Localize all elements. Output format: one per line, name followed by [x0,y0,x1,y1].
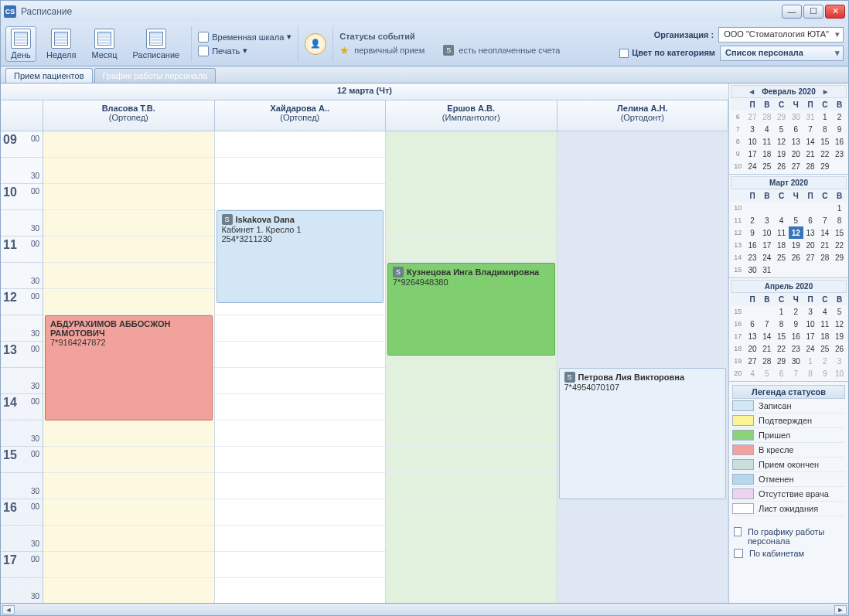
schedule-body[interactable]: 0900301000301100301200301300301400301500… [1,131,728,603]
cal-day[interactable]: 8 [818,123,833,135]
cal-day[interactable]: 2 [789,305,803,318]
cal-day[interactable]: 6 [774,367,789,379]
cal-day[interactable] [745,305,760,318]
column-header[interactable]: Ершов А.В.(Имплантолог) [386,100,557,131]
schedule-column[interactable]: SПетрова Лия Викторовна7*4954070107 [557,131,729,603]
cal-day[interactable] [745,202,760,214]
search-patient-button[interactable]: 👤 [305,33,326,55]
cal-prev-button[interactable]: ◄ [745,87,759,96]
cal-day[interactable]: 4 [818,305,833,318]
cal-day[interactable]: 21 [760,342,775,355]
cal-day[interactable]: 25 [774,251,789,264]
cal-day[interactable]: 10 [832,367,847,379]
cal-day[interactable]: 6 [745,318,760,330]
cal-day[interactable] [832,160,847,172]
cal-day[interactable]: 14 [760,330,775,342]
cal-day[interactable] [803,264,818,276]
cal-day[interactable]: 17 [745,148,760,160]
cal-day[interactable]: 22 [832,239,847,251]
cal-day[interactable]: 14 [818,226,833,239]
cal-day[interactable]: 15 [774,330,789,342]
cal-day[interactable]: 24 [745,160,760,172]
scroll-left-arrow[interactable]: ◄ [2,605,15,614]
cal-day[interactable]: 2 [745,214,760,226]
appointment[interactable]: SКузнецова Инга Владимировна7*9264948380 [387,263,555,356]
cal-day[interactable]: 3 [803,305,818,318]
window-minimize-button[interactable]: — [782,5,802,19]
cal-day[interactable]: 9 [745,226,760,239]
cal-day[interactable] [760,305,775,318]
cal-day[interactable]: 16 [832,135,847,148]
cal-day[interactable] [789,264,803,276]
cal-day[interactable]: 5 [774,123,789,135]
cal-day[interactable]: 30 [789,111,803,123]
cal-day[interactable]: 13 [745,330,760,342]
window-close-button[interactable]: ✕ [825,5,845,19]
cal-day[interactable]: 16 [745,239,760,251]
cal-day[interactable]: 23 [745,251,760,264]
cal-next-button[interactable]: ► [819,87,833,96]
cal-day[interactable]: 10 [760,226,775,239]
cal-day[interactable]: 23 [832,148,847,160]
window-maximize-button[interactable]: ☐ [803,5,823,19]
horizontal-scrollbar[interactable]: ◄ ► [0,604,849,616]
cal-day[interactable] [760,202,775,214]
cal-day[interactable]: 4 [774,214,789,226]
cal-day[interactable]: 28 [803,160,818,172]
cal-day[interactable]: 20 [789,148,803,160]
schedule-column[interactable]: SКузнецова Инга Владимировна7*9264948380 [386,131,557,603]
tab-patients[interactable]: Прием пациентов [5,68,93,83]
cal-day[interactable]: 9 [818,367,833,379]
cal-day[interactable]: 31 [760,264,775,276]
cal-day[interactable]: 27 [803,251,818,264]
cal-day[interactable]: 29 [774,111,789,123]
cal-day[interactable] [789,202,803,214]
cal-day[interactable]: 7 [760,318,775,330]
cal-day[interactable]: 1 [774,305,789,318]
cal-day[interactable]: 21 [803,148,818,160]
print-button[interactable]: Печать ▾ [198,46,292,56]
cal-day[interactable]: 7 [803,123,818,135]
cal-day[interactable]: 5 [832,305,847,318]
cal-day[interactable]: 12 [832,318,847,330]
cal-day[interactable]: 6 [803,214,818,226]
cal-day[interactable] [774,202,789,214]
cal-day[interactable]: 20 [745,342,760,355]
column-header[interactable]: Власова Т.В.(Ортопед) [43,100,215,131]
cal-day[interactable]: 11 [760,135,775,148]
cal-day[interactable]: 24 [803,342,818,355]
appointment[interactable]: SIskakova DanaКабинет 1. Кресло 1254*321… [217,210,384,303]
scroll-right-arrow[interactable]: ► [834,605,847,614]
cal-day[interactable]: 8 [832,214,847,226]
cal-day[interactable]: 7 [818,214,833,226]
cal-day[interactable]: 27 [745,111,760,123]
cal-day[interactable]: 19 [789,239,803,251]
cal-day[interactable]: 5 [789,214,803,226]
cal-day[interactable]: 1 [818,111,833,123]
cal-day[interactable]: 18 [760,148,775,160]
appointment[interactable]: SПетрова Лия Викторовна7*4954070107 [559,368,727,499]
staff-list-select[interactable]: Список персонала [720,46,844,61]
cal-day[interactable]: 7 [789,367,803,379]
cal-day[interactable] [818,264,833,276]
cal-day[interactable]: 12 [789,226,803,239]
cal-day[interactable]: 3 [745,123,760,135]
view-schedule-button[interactable]: Расписание [128,26,186,62]
cal-day[interactable] [818,202,833,214]
color-by-category-checkbox[interactable]: Цвет по категориям [619,48,715,58]
cal-day[interactable]: 15 [818,135,833,148]
cal-day[interactable]: 4 [760,123,775,135]
cal-day[interactable] [774,264,789,276]
cal-day[interactable]: 13 [803,226,818,239]
cal-day[interactable]: 17 [760,239,775,251]
cal-day[interactable]: 13 [789,135,803,148]
by-staff-schedule-checkbox[interactable]: По графику работы персонала [734,527,844,546]
cal-day[interactable]: 23 [789,342,803,355]
cal-day[interactable]: 24 [760,251,775,264]
cal-day[interactable]: 1 [832,202,847,214]
view-day-button[interactable]: День [5,26,36,62]
cal-day[interactable]: 16 [789,330,803,342]
cal-day[interactable]: 17 [803,330,818,342]
view-month-button[interactable]: Месяц [86,26,122,62]
cal-day[interactable]: 1 [803,355,818,367]
